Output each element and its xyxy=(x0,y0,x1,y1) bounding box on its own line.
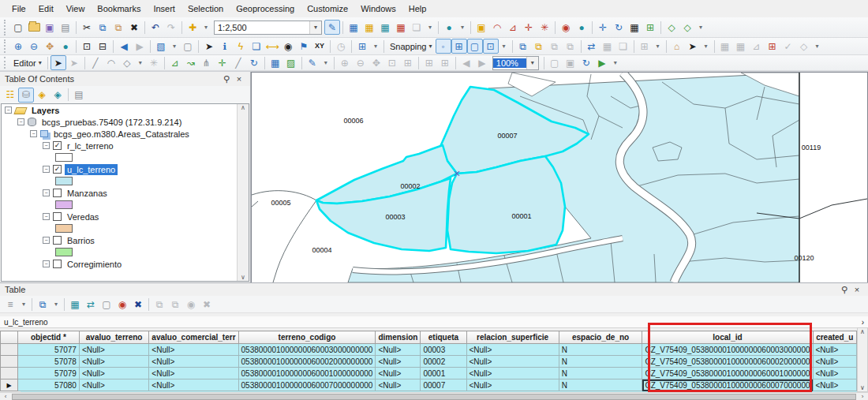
topology-table-icon[interactable]: ▦ xyxy=(627,20,642,35)
cut-polygons-icon[interactable]: ⋔ xyxy=(199,55,215,70)
post-icon[interactable]: ⧉ xyxy=(563,39,578,54)
pause-drawing-icon[interactable]: ▶ xyxy=(594,55,610,70)
arctoolbox-icon[interactable]: ● xyxy=(441,20,457,35)
row-selector[interactable] xyxy=(1,344,18,356)
cell-relacion-superficie[interactable]: <Null> xyxy=(466,379,559,391)
hyperlink-icon[interactable]: ϟ xyxy=(233,39,249,54)
error-inspector-icon[interactable]: ◉ xyxy=(558,20,574,35)
undo-trace-icon[interactable]: ↻ xyxy=(246,55,262,70)
cell-relacion-superficie[interactable]: <Null> xyxy=(466,368,559,379)
cell-etiqueta[interactable]: 00002 xyxy=(421,356,466,368)
layout-zoom-combo[interactable]: 100% ▾ xyxy=(492,56,539,70)
cell-dimension[interactable]: <Null> xyxy=(376,368,421,379)
point-snapping-icon[interactable]: ◦ xyxy=(436,39,451,54)
layer-label[interactable]: bcgs_pruebas.75409 (172.31.9.214) xyxy=(39,117,184,128)
endpoint-arc-icon[interactable]: ◠ xyxy=(103,55,119,70)
parcel-check-icon[interactable]: ✓ xyxy=(780,39,796,54)
layer-label[interactable]: Manzanas xyxy=(65,188,110,199)
layout-back-icon[interactable]: ◀ xyxy=(458,55,474,70)
clear-selected-features-icon[interactable]: ▢ xyxy=(180,39,196,54)
toolbar-overflow-icon[interactable]: ▾ xyxy=(812,39,823,54)
cell-espacio-de-no[interactable]: N xyxy=(559,379,642,391)
edit-vertices-icon[interactable]: ⊿ xyxy=(167,55,183,70)
menu-selection[interactable]: Selection xyxy=(182,2,229,16)
sketch-properties-icon[interactable]: ▨ xyxy=(283,55,299,70)
menu-bookmarks[interactable]: Bookmarks xyxy=(92,2,146,16)
tree-collapse-icon[interactable]: − xyxy=(43,260,50,267)
table-scroll-right-icon[interactable]: › xyxy=(857,393,868,400)
menu-windows[interactable]: Windows xyxy=(355,2,402,16)
cell-dimension[interactable]: <Null> xyxy=(376,356,421,368)
switch-selection-icon[interactable]: ⇄ xyxy=(83,297,99,312)
reconcile-icon[interactable]: ⧉ xyxy=(547,39,563,54)
layer-label[interactable]: Veredas xyxy=(65,211,101,222)
table-pin-icon[interactable]: ⚲ xyxy=(838,285,851,295)
version-manager-icon[interactable]: ⧉ xyxy=(531,39,547,54)
column-header-espacio-de-no[interactable]: espacio_de_no xyxy=(559,331,642,344)
cell-objectid-[interactable]: 57078 xyxy=(17,356,79,368)
layer-label[interactable]: Barrios xyxy=(65,235,97,246)
point-at-intersection-icon[interactable]: ✳ xyxy=(146,55,162,70)
legend-swatch[interactable] xyxy=(55,153,73,162)
version-changes-icon[interactable]: ▦ xyxy=(600,39,615,54)
delete-selected-icon[interactable]: ✖ xyxy=(130,297,146,312)
editor-menu[interactable]: Editor▾ xyxy=(10,58,45,68)
find-icon[interactable]: ◉ xyxy=(280,39,296,54)
map-scale-dropdown-icon[interactable]: ▾ xyxy=(309,21,321,34)
cell-etiqueta[interactable]: 00007 xyxy=(421,379,466,391)
area-00119-00120[interactable] xyxy=(799,73,867,282)
cell-terreno-codigo[interactable]: 053800001000000060002000000000 xyxy=(238,356,376,368)
edit-anchor-marker[interactable]: ✕ xyxy=(453,169,460,179)
python-window-icon[interactable]: ❏ xyxy=(409,20,425,35)
list-by-selection-icon[interactable]: ◈ xyxy=(50,88,65,103)
select-elements-icon[interactable]: ➤ xyxy=(201,39,217,54)
geodatabase-history-icon[interactable]: ⊞ xyxy=(637,39,653,54)
select-by-attributes-icon[interactable]: ▦ xyxy=(67,297,83,312)
tree-collapse-icon[interactable]: − xyxy=(43,142,50,149)
layout-100-icon[interactable]: ⊞ xyxy=(400,55,416,70)
focus-data-frame-icon[interactable]: ▣ xyxy=(563,55,578,70)
zoom-in-icon[interactable]: ⊕ xyxy=(10,39,26,54)
topology-generalize-icon[interactable]: ✳ xyxy=(537,20,552,35)
layout-forward-icon[interactable]: ▶ xyxy=(474,55,490,70)
toolbar-overflow-icon[interactable]: ▾ xyxy=(320,55,331,70)
column-header-etiqueta[interactable]: etiqueta xyxy=(421,331,466,344)
parcel-details-icon[interactable]: ▦ xyxy=(717,39,733,54)
cell-created-u[interactable]: <Null> xyxy=(813,379,856,391)
catalog-window-icon[interactable]: ▦ xyxy=(377,20,393,35)
parcel-select-icon[interactable]: ➤ xyxy=(685,39,701,54)
menu-geoprocessing[interactable]: Geoprocessing xyxy=(230,2,300,16)
menu-view[interactable]: View xyxy=(61,2,91,16)
topology-move-icon[interactable]: ✛ xyxy=(521,20,537,35)
table-close-icon[interactable]: × xyxy=(851,285,863,294)
layer-visibility-checkbox[interactable]: ✓ xyxy=(53,165,62,174)
layer-visibility-checkbox[interactable] xyxy=(53,189,62,197)
clear-selection-icon[interactable]: ▢ xyxy=(99,297,114,312)
menu-edit[interactable]: Edit xyxy=(33,2,59,16)
split-tool-icon[interactable]: ✛ xyxy=(215,55,230,70)
cell-relacion-superficie[interactable]: <Null> xyxy=(466,344,559,356)
validate-topology-icon[interactable]: ↻ xyxy=(611,20,627,35)
paste-selected-icon[interactable]: ⧉ xyxy=(167,297,183,312)
tree-collapse-icon[interactable]: − xyxy=(43,213,50,220)
toolbar-overflow-icon[interactable]: ▾ xyxy=(653,39,664,54)
toolbar-overflow-icon[interactable]: ▾ xyxy=(370,39,381,54)
open-icon[interactable] xyxy=(26,20,42,35)
conflicts-icon[interactable]: ⇄ xyxy=(584,39,600,54)
cell-avaluo-terreno[interactable]: <Null> xyxy=(79,379,148,391)
tree-collapse-icon[interactable]: − xyxy=(17,118,24,125)
paste-icon[interactable]: ⧉ xyxy=(110,20,126,35)
column-header-avaluo-comercial-terr[interactable]: avaluo_comercial_terr xyxy=(149,331,238,344)
table-options-dropdown-icon[interactable]: ▾ xyxy=(18,297,29,312)
cell-avaluo-comercial-terr[interactable]: <Null> xyxy=(149,368,238,379)
list-by-source-icon[interactable]: ⛁ xyxy=(18,88,34,103)
zoom-to-highlighted-icon[interactable]: ◉ xyxy=(183,297,199,312)
zoom-out-icon[interactable]: ⊖ xyxy=(26,39,42,54)
versioning-refresh-icon[interactable]: ⧉ xyxy=(515,39,531,54)
undo-icon[interactable]: ↶ xyxy=(148,20,163,35)
cell-objectid-[interactable]: 57080 xyxy=(17,379,79,391)
cell-espacio-de-no[interactable]: N xyxy=(559,344,642,356)
html-popup-icon[interactable]: ❏ xyxy=(249,39,264,54)
table-options-icon[interactable]: ≡ xyxy=(2,297,18,312)
layer-label[interactable]: u_lc_terreno xyxy=(65,164,118,175)
